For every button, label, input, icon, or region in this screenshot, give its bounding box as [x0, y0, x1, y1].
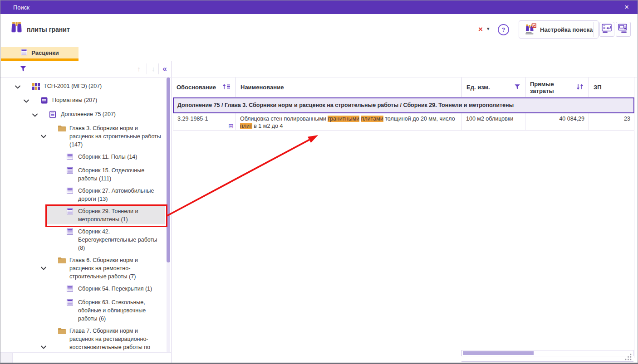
tree-item[interactable]: Сборник 29. Тоннели и метрополитены (1): [47, 206, 165, 224]
chevron-down-icon[interactable]: [13, 83, 23, 91]
cell-name[interactable]: Облицовка стен полированными гранитными …: [236, 113, 462, 131]
cell-direct-costs[interactable]: 40 084,29: [525, 113, 589, 131]
search-window: Поиск × плиты гранит × ▾ ? Настройка пои…: [0, 0, 638, 364]
column-header-pryamye-zatraty[interactable]: Прямые затраты: [525, 78, 589, 97]
filter-funnel-icon[interactable]: [514, 84, 520, 91]
toolbar-separator: [158, 63, 159, 74]
column-label: Наименование: [240, 84, 284, 91]
title-bar: Поиск ×: [0, 0, 638, 14]
window-title: Поиск: [13, 4, 29, 11]
table-icon: [66, 153, 75, 162]
doc-icon: [49, 110, 58, 120]
sort-both-icon[interactable]: [576, 83, 584, 92]
search-bar: плиты гранит × ▾ ? Настройка поиска: [0, 14, 638, 47]
tree-item[interactable]: Сборник 42. Берегоукрепительные работы (…: [47, 227, 165, 253]
tree-item[interactable]: Сборник 54. Перекрытия (1): [47, 284, 165, 295]
column-label: Ед. изм.: [466, 84, 490, 91]
results-panel: Обоснование Наименование Ед. изм. Прямые…: [172, 61, 637, 363]
db-icon: [32, 82, 41, 92]
expand-row-icon[interactable]: ⊞: [228, 123, 234, 129]
folder-icon: [58, 124, 67, 134]
chevron-down-icon[interactable]: [39, 264, 49, 272]
table-icon: [66, 207, 75, 217]
dock-panel-icon: [602, 24, 613, 35]
horizontal-scrollbar[interactable]: [461, 350, 633, 356]
table-row[interactable]: 3.29-1985-1 ⊞ Облицовка стен полированны…: [173, 113, 634, 131]
tree-item-label: Нормативы (207): [49, 96, 165, 104]
tree-item[interactable]: Сборник 11. Полы (14): [47, 152, 165, 163]
folder-icon: [58, 256, 67, 266]
tree-item[interactable]: Глава 3. Сборники норм и расценок на стр…: [39, 123, 165, 150]
move-down-icon[interactable]: ↓: [147, 63, 159, 75]
column-label: Обоснование: [177, 84, 216, 91]
new-window-icon: [618, 24, 629, 35]
tree-item[interactable]: Нормативы (207): [21, 95, 165, 107]
tree-item[interactable]: Сборник 27. Автомобильные дороги (13): [47, 186, 165, 204]
tree: ТСН-2001 (МГЭ) (207)Нормативы (207)Допол…: [0, 78, 165, 353]
tab-rates[interactable]: Расценки: [1, 47, 79, 58]
group-header-row[interactable]: Дополнение 75 / Глава 3. Сборники норм и…: [173, 97, 634, 113]
book-icon: [40, 96, 49, 106]
table-icon: [66, 228, 75, 237]
search-input[interactable]: плиты гранит: [27, 23, 493, 36]
table-icon: [66, 298, 75, 308]
search-settings-button[interactable]: Настройка поиска: [519, 20, 599, 39]
column-header-ed-izm[interactable]: Ед. изм.: [462, 78, 525, 97]
toolbar-divider: [593, 22, 594, 37]
folder-icon: [58, 327, 67, 336]
tree-item[interactable]: Глава 6. Сборники норм и расценок на рем…: [39, 255, 165, 281]
search-settings-label: Настройка поиска: [540, 26, 593, 33]
new-window-button[interactable]: [616, 22, 631, 37]
column-header-zp[interactable]: ЗП: [589, 78, 637, 97]
column-header-obosnovanie[interactable]: Обоснование: [172, 78, 236, 97]
move-up-icon[interactable]: ↑: [133, 63, 145, 75]
binoculars-settings-icon: [525, 23, 536, 36]
cell-zp[interactable]: 23: [589, 113, 634, 131]
chevron-down-icon[interactable]: [30, 111, 40, 119]
scrollbar-thumb[interactable]: [463, 351, 534, 355]
tree-item[interactable]: Глава 7. Сборники норм и расценок на рес…: [39, 326, 165, 353]
search-highlight: плитами: [361, 116, 383, 122]
cell-code[interactable]: 3.29-1985-1 ⊞: [173, 113, 236, 131]
toolbar-separator: [147, 63, 147, 74]
row-name-parts: Облицовка стен полированными гранитными …: [240, 116, 455, 129]
tab-rates-label: Расценки: [31, 49, 59, 56]
search-history-dropdown-icon[interactable]: ▾: [487, 26, 490, 32]
dock-panel-button[interactable]: [599, 22, 614, 37]
column-label: Прямые затраты: [530, 81, 576, 94]
tree-item-label: ТСН-2001 (МГЭ) (207): [41, 82, 165, 90]
filter-funnel-icon[interactable]: [20, 65, 27, 74]
cell-unit[interactable]: 100 м2 облицовки: [462, 113, 525, 131]
table-icon: [66, 285, 75, 294]
column-header-naimenovanie[interactable]: Наименование: [236, 78, 462, 97]
close-icon[interactable]: ×: [618, 0, 635, 14]
binoculars-icon: [10, 21, 23, 35]
chevron-down-icon[interactable]: [39, 343, 49, 351]
tree-item-label: Сборник 11. Полы (14): [75, 153, 165, 161]
help-icon[interactable]: ?: [498, 24, 509, 35]
tree-item[interactable]: Дополнение 75 (207): [30, 109, 165, 121]
table-icon: [20, 49, 28, 57]
row-code: 3.29-1985-1: [177, 116, 208, 122]
tree-bottom-strip: [0, 352, 171, 363]
sort-ascending-icon[interactable]: [222, 83, 231, 91]
collapse-panel-icon[interactable]: «: [159, 63, 170, 75]
column-label: ЗП: [594, 84, 602, 91]
tree-item-label: Сборник 29. Тоннели и метрополитены (1): [75, 207, 165, 223]
clear-search-icon[interactable]: ×: [475, 24, 486, 35]
tree-item-label: Дополнение 75 (207): [58, 110, 165, 118]
tree-item-label: Сборник 27. Автомобильные дороги (13): [75, 187, 165, 203]
tree-item-label: Глава 3. Сборники норм и расценок на стр…: [67, 124, 165, 149]
tree-vertical-scrollbar[interactable]: [167, 78, 170, 353]
tree-panel: ↑ ↓ « ТСН-2001 (МГЭ) (207)Нормативы (207…: [0, 61, 172, 363]
tree-item[interactable]: Сборник 15. Отделочные работы (111): [47, 165, 165, 184]
chevron-down-icon[interactable]: [39, 132, 49, 141]
search-highlight: гранитными: [328, 116, 359, 122]
tree-item[interactable]: ТСН-2001 (МГЭ) (207): [13, 81, 165, 93]
scrollbar-thumb[interactable]: [167, 78, 170, 262]
tree-item-label: Сборник 15. Отделочные работы (111): [75, 166, 165, 183]
table-icon: [66, 187, 75, 196]
group-header-text: Дополнение 75 / Глава 3. Сборники норм и…: [177, 102, 514, 109]
tree-item[interactable]: Сборник 63. Стекольные, обойные и облицо…: [47, 297, 165, 324]
chevron-down-icon[interactable]: [21, 97, 31, 105]
